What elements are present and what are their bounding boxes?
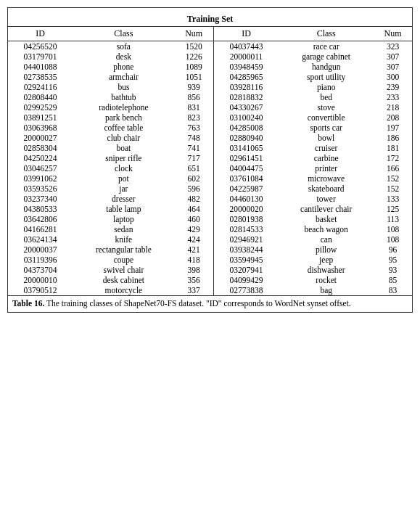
caption-label: Table 16. (12, 299, 44, 308)
table-row: 03624134 knife 424 02946921 can 108 (8, 234, 412, 245)
cell-rnum: 208 (374, 112, 412, 123)
cell-rclass: convertible (279, 112, 374, 123)
table-caption: Table 16. The training classes of ShapeN… (8, 295, 412, 309)
main-container: Training Set ID Class Num ID Class Num 0… (7, 7, 413, 313)
cell-lclass: club chair (73, 133, 174, 143)
cell-rclass: jeep (279, 255, 374, 265)
cell-lclass: rectangular table (73, 245, 174, 255)
cell-lid: 03063968 (8, 123, 73, 133)
table-row: 04250224 sniper rifle 717 02961451 carbi… (8, 153, 412, 163)
cell-rclass: rocket (279, 275, 374, 285)
table-row: 02924116 bus 939 03928116 piano 239 (8, 82, 412, 92)
cell-lnum: 763 (175, 123, 214, 133)
cell-rid: 03207941 (213, 265, 279, 275)
cell-rid: 03141065 (213, 143, 279, 153)
table-row: 02738535 armchair 1051 04285965 sport ut… (8, 72, 412, 82)
cell-rnum: 83 (374, 285, 412, 295)
cell-lid: 03624134 (8, 234, 73, 245)
cell-rid: 02880940 (213, 133, 279, 143)
cell-rclass: microwave (279, 173, 374, 184)
cell-lid: 02808440 (8, 92, 73, 102)
cell-lid: 03119396 (8, 255, 73, 265)
table-title: Training Set (8, 11, 412, 27)
table-row: 20000027 club chair 748 02880940 bowl 18… (8, 133, 412, 143)
cell-lclass: bus (73, 82, 174, 92)
cell-rid: 04004475 (213, 163, 279, 173)
cell-lnum: 748 (175, 133, 214, 143)
cell-rid: 04225987 (213, 184, 279, 194)
cell-lclass: radiotelephone (73, 102, 174, 112)
col-header-num-right: Num (374, 27, 412, 41)
cell-lid: 03891251 (8, 112, 73, 123)
cell-lclass: phone (73, 62, 174, 72)
table-row: 02992529 radiotelephone 831 04330267 sto… (8, 102, 412, 112)
cell-lclass: jar (73, 184, 174, 194)
cell-rid: 02818832 (213, 92, 279, 102)
table-row: 03063968 coffee table 763 04285008 sport… (8, 123, 412, 133)
cell-rclass: basket (279, 214, 374, 224)
cell-rnum: 233 (374, 92, 412, 102)
cell-lclass: swivel chair (73, 265, 174, 275)
cell-lclass: armchair (73, 72, 174, 82)
cell-lclass: park bench (73, 112, 174, 123)
table-row: 03891251 park bench 823 03100240 convert… (8, 112, 412, 123)
cell-lid: 04250224 (8, 153, 73, 163)
cell-rnum: 218 (374, 102, 412, 112)
cell-rid: 03948459 (213, 62, 279, 72)
cell-rclass: race car (279, 41, 374, 52)
cell-rnum: 323 (374, 41, 412, 52)
cell-lnum: 356 (175, 275, 214, 285)
cell-lnum: 596 (175, 184, 214, 194)
cell-lnum: 856 (175, 92, 214, 102)
cell-rnum: 186 (374, 133, 412, 143)
cell-lid: 20000010 (8, 275, 73, 285)
cell-rnum: 133 (374, 194, 412, 204)
cell-rclass: piano (279, 82, 374, 92)
cell-rnum: 85 (374, 275, 412, 285)
cell-lclass: clock (73, 163, 174, 173)
cell-lnum: 741 (175, 143, 214, 153)
table-row: 04401088 phone 1089 03948459 handgun 307 (8, 62, 412, 72)
cell-rnum: 239 (374, 82, 412, 92)
cell-rid: 03938244 (213, 245, 279, 255)
cell-rnum: 307 (374, 62, 412, 72)
cell-lid: 03593526 (8, 184, 73, 194)
table-row: 03593526 jar 596 04225987 skateboard 152 (8, 184, 412, 194)
cell-rid: 03594945 (213, 255, 279, 265)
cell-rid: 03761084 (213, 173, 279, 184)
cell-rid: 04099429 (213, 275, 279, 285)
cell-rnum: 166 (374, 163, 412, 173)
cell-rclass: stove (279, 102, 374, 112)
cell-rclass: skateboard (279, 184, 374, 194)
cell-lnum: 717 (175, 153, 214, 163)
cell-rid: 02814533 (213, 224, 279, 234)
cell-rclass: bed (279, 92, 374, 102)
cell-lid: 03642806 (8, 214, 73, 224)
cell-rid: 04460130 (213, 194, 279, 204)
table-row: 03046257 clock 651 04004475 printer 166 (8, 163, 412, 173)
cell-rclass: beach wagon (279, 224, 374, 234)
col-header-id-right: ID (213, 27, 279, 41)
cell-rclass: printer (279, 163, 374, 173)
data-table: ID Class Num ID Class Num 04256520 sofa … (8, 27, 412, 295)
cell-rclass: sports car (279, 123, 374, 133)
cell-lclass: coupe (73, 255, 174, 265)
cell-lid: 03046257 (8, 163, 73, 173)
cell-lid: 03179701 (8, 52, 73, 62)
cell-rid: 04285965 (213, 72, 279, 82)
cell-rclass: dishwasher (279, 265, 374, 275)
cell-lnum: 418 (175, 255, 214, 265)
table-row: 03790512 motorcycle 337 02773838 bag 83 (8, 285, 412, 295)
caption-text: The training classes of ShapeNet70-FS da… (46, 299, 351, 308)
cell-lclass: motorcycle (73, 285, 174, 295)
col-header-id-left: ID (8, 27, 73, 41)
cell-lclass: laptop (73, 214, 174, 224)
cell-lnum: 482 (175, 194, 214, 204)
cell-rid: 02801938 (213, 214, 279, 224)
cell-rnum: 108 (374, 224, 412, 234)
cell-rid: 04330267 (213, 102, 279, 112)
table-row: 03642806 laptop 460 02801938 basket 113 (8, 214, 412, 224)
table-row: 03991062 pot 602 03761084 microwave 152 (8, 173, 412, 184)
cell-lid: 04401088 (8, 62, 73, 72)
cell-lid: 04256520 (8, 41, 73, 52)
